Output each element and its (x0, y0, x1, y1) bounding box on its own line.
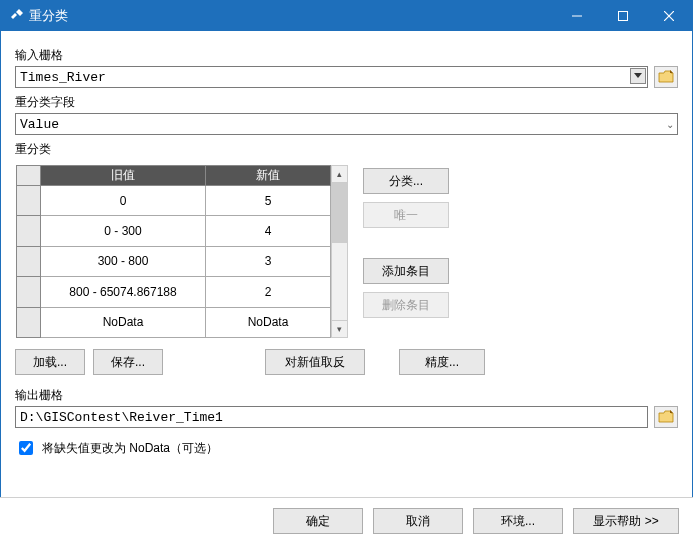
delete-entry-button: 删除条目 (363, 292, 449, 318)
row-selector[interactable] (17, 307, 41, 337)
input-raster-field[interactable] (15, 66, 648, 88)
minimize-button[interactable] (554, 1, 600, 31)
reclass-label: 重分类 (15, 141, 678, 158)
cell-new-value[interactable]: NoData (206, 307, 331, 337)
invert-button[interactable]: 对新值取反 (265, 349, 365, 375)
maximize-button[interactable] (600, 1, 646, 31)
reclass-table[interactable]: 旧值 新值 050 - 3004300 - 8003800 - 65074.86… (15, 164, 349, 339)
window-title: 重分类 (29, 7, 554, 25)
cell-new-value[interactable]: 3 (206, 246, 331, 276)
titlebar: 重分类 (1, 1, 692, 31)
table-row[interactable]: 800 - 65074.8671882 (17, 277, 331, 307)
table-row[interactable]: 0 - 3004 (17, 216, 331, 246)
svg-marker-4 (634, 73, 642, 78)
table-row[interactable]: 300 - 8003 (17, 246, 331, 276)
row-selector[interactable] (17, 216, 41, 246)
table-row[interactable]: 05 (17, 186, 331, 216)
browse-input-button[interactable] (654, 66, 678, 88)
column-header-new[interactable]: 新值 (206, 166, 331, 186)
classify-button[interactable]: 分类... (363, 168, 449, 194)
scroll-down-icon[interactable]: ▾ (332, 320, 347, 337)
add-entry-button[interactable]: 添加条目 (363, 258, 449, 284)
cell-new-value[interactable]: 4 (206, 216, 331, 246)
scroll-thumb[interactable] (332, 183, 347, 243)
environments-button[interactable]: 环境... (473, 508, 563, 534)
input-raster-label: 输入栅格 (15, 47, 678, 64)
save-button[interactable]: 保存... (93, 349, 163, 375)
cell-old-value[interactable]: 300 - 800 (41, 246, 206, 276)
nodata-checkbox[interactable] (19, 441, 33, 455)
table-row[interactable]: NoDataNoData (17, 307, 331, 337)
reclass-field-select[interactable] (15, 113, 678, 135)
output-raster-label: 输出栅格 (15, 387, 678, 404)
row-selector[interactable] (17, 246, 41, 276)
scroll-up-icon[interactable]: ▴ (332, 166, 347, 183)
cell-old-value[interactable]: 800 - 65074.867188 (41, 277, 206, 307)
load-button[interactable]: 加载... (15, 349, 85, 375)
table-corner (17, 166, 41, 186)
row-selector[interactable] (17, 277, 41, 307)
cancel-button[interactable]: 取消 (373, 508, 463, 534)
cell-old-value[interactable]: 0 (41, 186, 206, 216)
output-raster-field[interactable] (15, 406, 648, 428)
hammer-icon (9, 9, 23, 23)
unique-button: 唯一 (363, 202, 449, 228)
show-help-button[interactable]: 显示帮助 >> (573, 508, 679, 534)
nodata-checkbox-label[interactable]: 将缺失值更改为 NoData（可选） (42, 440, 218, 457)
close-button[interactable] (646, 1, 692, 31)
ok-button[interactable]: 确定 (273, 508, 363, 534)
table-scrollbar[interactable]: ▴ ▾ (331, 165, 348, 338)
reclass-field-label: 重分类字段 (15, 94, 678, 111)
svg-rect-1 (619, 12, 628, 21)
dropdown-icon[interactable] (630, 68, 646, 84)
cell-new-value[interactable]: 2 (206, 277, 331, 307)
cell-old-value[interactable]: NoData (41, 307, 206, 337)
bottom-bar: 确定 取消 环境... 显示帮助 >> (0, 497, 693, 544)
row-selector[interactable] (17, 186, 41, 216)
cell-old-value[interactable]: 0 - 300 (41, 216, 206, 246)
column-header-old[interactable]: 旧值 (41, 166, 206, 186)
browse-output-button[interactable] (654, 406, 678, 428)
cell-new-value[interactable]: 5 (206, 186, 331, 216)
precision-button[interactable]: 精度... (399, 349, 485, 375)
